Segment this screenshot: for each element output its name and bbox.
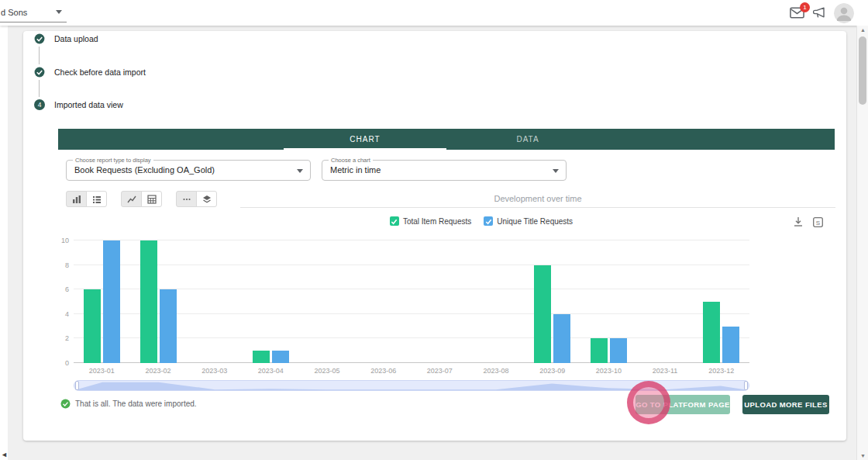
y-axis-tick: 6 [52, 285, 69, 293]
go-to-platform-button[interactable]: GO TO PLATFORM PAGE [636, 395, 730, 414]
bars [130, 240, 187, 363]
bar-unique-title-requests [610, 338, 627, 363]
check-icon [485, 218, 492, 225]
announcements-button[interactable] [813, 7, 825, 19]
bar-chart-plot: 02468102023-012023-022023-032023-042023-… [74, 240, 749, 363]
status-text: That is all. The data were imported. [75, 399, 197, 408]
step-label: Data upload [54, 34, 98, 43]
step-item-check-before-import: Check before data import [34, 67, 146, 78]
bar-series: 2023-012023-022023-032023-042023-052023-… [74, 240, 749, 363]
bar-group: 2023-05 [299, 240, 356, 363]
upload-more-files-button[interactable]: UPLOAD MORE FILES [742, 395, 829, 414]
bar-group: 2023-02 [130, 240, 187, 363]
step-check-icon [34, 67, 45, 78]
check-icon [391, 218, 398, 225]
scrollbar-thumb[interactable] [859, 36, 866, 105]
legend-item-total-item-requests[interactable]: Total Item Requests [390, 216, 471, 226]
download-button[interactable] [793, 216, 804, 227]
account-select[interactable]: d Sons [0, 2, 67, 22]
bar-total-item-requests [84, 289, 101, 363]
bars [524, 240, 580, 363]
select-value: Book Requests (Excluding OA_Gold) [74, 161, 215, 180]
notifications-button[interactable]: 1 [790, 7, 804, 19]
horizontal-scroll-left-arrow[interactable]: ◄ [1, 451, 8, 458]
import-card: Data upload Check before data import 4 I… [23, 31, 846, 441]
chevron-down-icon [297, 169, 303, 173]
tab-bar: CHART DATA [58, 129, 835, 150]
report-type-select[interactable]: Choose report type to display Book Reque… [66, 160, 311, 181]
chart-type-select[interactable]: Choose a chart Metric in time [322, 160, 567, 181]
chart-title: Development over time [494, 194, 581, 203]
bar-total-item-requests [534, 265, 551, 363]
chart-style-group [121, 191, 162, 208]
chart-legend: Total Item Requests Unique Title Request… [116, 216, 846, 226]
y-axis-tick: 4 [52, 310, 69, 317]
bars [693, 240, 749, 363]
select-value: Metric in time [330, 161, 381, 180]
y-axis-tick: 2 [52, 334, 69, 342]
export-image-icon: S [813, 217, 823, 227]
line-chart-button[interactable] [121, 191, 142, 207]
notification-badge: 1 [800, 2, 810, 12]
bars [637, 240, 694, 363]
chevron-down-icon [56, 10, 62, 14]
legend-item-unique-title-requests[interactable]: Unique Title Requests [484, 216, 573, 226]
checkbox-unique-title-requests[interactable] [484, 216, 493, 226]
view-toggle-group [66, 191, 107, 208]
account-select-value: d Sons [1, 8, 27, 17]
tab-label: DATA [516, 135, 539, 144]
bar-group: 2023-01 [74, 240, 130, 363]
bar-total-item-requests [140, 240, 157, 363]
stack-button[interactable] [196, 191, 217, 207]
bar-group: 2023-10 [580, 240, 637, 363]
chart-view-button[interactable] [66, 191, 87, 207]
table-button[interactable] [141, 191, 162, 207]
bar-total-item-requests [591, 338, 608, 363]
more-options-button[interactable] [176, 191, 197, 207]
chart-title-rule: Development over time [240, 191, 835, 208]
step-connector [39, 80, 40, 97]
step-label: Imported data view [54, 100, 123, 109]
step-number-badge: 4 [34, 99, 45, 110]
step-connector [39, 47, 40, 64]
list-icon [92, 195, 102, 204]
avatar[interactable] [834, 3, 854, 23]
bar-total-item-requests [703, 302, 720, 363]
legend-label: Unique Title Requests [497, 217, 573, 226]
ellipsis-icon [182, 195, 191, 204]
scrollbar-up-arrow[interactable]: ▲ [857, 27, 868, 33]
chevron-down-icon [553, 169, 559, 173]
step-item-data-upload: Data upload [34, 33, 98, 44]
vertical-scrollbar[interactable]: ▲ ▼ [856, 26, 868, 460]
list-view-button[interactable] [86, 191, 107, 207]
chart-toolbar [66, 191, 217, 208]
time-range-slider[interactable] [74, 380, 749, 391]
tab-chart[interactable]: CHART [284, 129, 446, 150]
bar-group: 2023-04 [243, 240, 299, 363]
step-label: Check before data import [54, 67, 146, 77]
tab-data[interactable]: DATA [446, 129, 609, 150]
x-axis-label: 2023-12 [684, 367, 759, 375]
checkbox-total-item-requests[interactable] [390, 216, 399, 226]
line-chart-icon [127, 195, 136, 204]
grid-icon [147, 195, 157, 204]
topbar-actions: 1 [790, 0, 854, 26]
scrollbar-down-arrow[interactable]: ▼ [857, 453, 868, 458]
bars [186, 240, 243, 363]
screen: d Sons 1 [0, 0, 868, 460]
bars [468, 240, 525, 363]
bars [412, 240, 468, 363]
brush-area-shape [74, 382, 749, 390]
brush-handle-right[interactable] [744, 381, 748, 390]
bars [355, 240, 412, 363]
bar-chart-icon [72, 195, 81, 204]
bar-group: 2023-12 [693, 240, 749, 363]
brush-handle-left[interactable] [75, 381, 79, 390]
download-icon [793, 216, 804, 227]
bar-group: 2023-09 [524, 240, 580, 363]
bars [243, 240, 299, 363]
export-actions: S [793, 216, 823, 227]
bar-unique-title-requests [160, 289, 177, 363]
export-image-button[interactable]: S [813, 217, 823, 227]
bars [299, 240, 356, 363]
